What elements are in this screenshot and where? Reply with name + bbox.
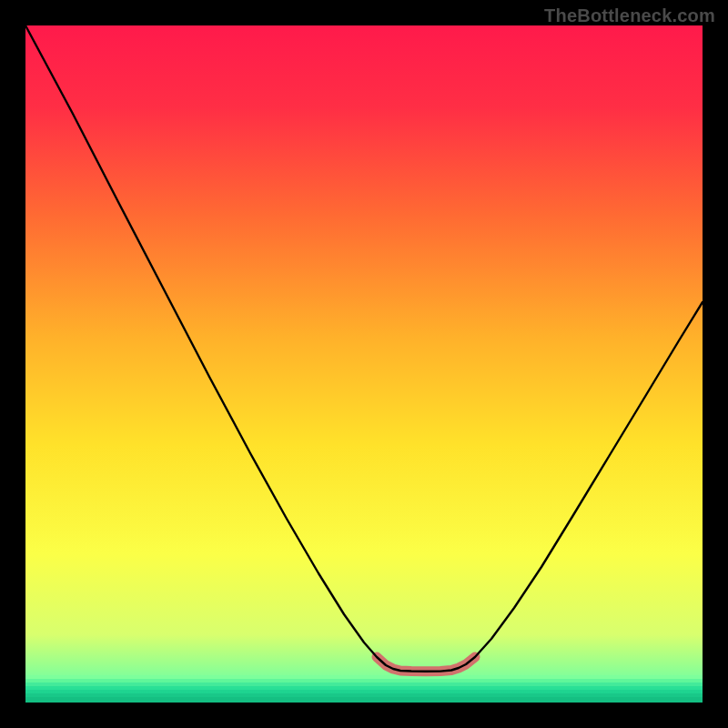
watermark-text: TheBottleneck.com [544,5,715,26]
bottleneck-chart [0,0,728,728]
svg-rect-3 [25,682,703,686]
svg-rect-7 [25,697,703,703]
svg-rect-6 [25,693,703,697]
svg-rect-2 [25,679,703,682]
bottom-green-stripes [25,675,703,703]
svg-rect-4 [25,686,703,690]
svg-rect-5 [25,690,703,693]
chart-container: { "watermark": "TheBottleneck.com", "cha… [0,0,728,728]
svg-rect-1 [25,675,703,679]
plot-background [25,25,703,703]
